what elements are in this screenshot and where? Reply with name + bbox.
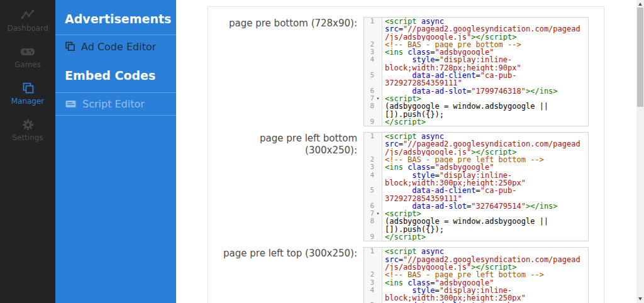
- embed-code-row: page pre bottom (728x90):1<script asyncs…: [208, 17, 604, 126]
- line-number-gutter: 9: [364, 233, 382, 241]
- code-editor[interactable]: 1<script asyncsrc="//pagead2.googlesyndi…: [364, 132, 589, 241]
- code-text: <script>: [382, 95, 421, 102]
- sidebar-item-label: Dashboard: [7, 24, 48, 33]
- code-text: </script>: [382, 118, 426, 126]
- line-number: 9: [365, 118, 374, 126]
- scroll-down-arrow-icon[interactable]: [638, 297, 642, 300]
- fold-marker-icon[interactable]: ▾: [374, 210, 382, 218]
- line-number-gutter: 8: [364, 218, 382, 233]
- app-window: DashboardGamesManagerSettings Advertisem…: [0, 0, 644, 303]
- code-text: <!-- BAS - page pre bottom -->: [382, 41, 521, 48]
- scroll-up-arrow-icon[interactable]: [638, 3, 642, 6]
- line-number-gutter: 1: [364, 133, 382, 156]
- code-text: <script asyncsrc="//pagead2.googlesyndic…: [382, 18, 580, 41]
- line-number: 1: [365, 133, 374, 140]
- line-number: 3: [365, 163, 374, 171]
- line-number: 9: [365, 233, 374, 241]
- field-label: page pre left bottom (300x250):: [208, 132, 364, 241]
- code-line: 8(adsbygoogle = window.adsbygoogle ||[])…: [364, 218, 588, 233]
- embed-code-row: page pre left top (300x250):1<script asy…: [208, 247, 604, 303]
- gamepad-icon: [20, 44, 35, 59]
- line-number: 5: [365, 187, 374, 194]
- code-text: data-ad-slot="1799746318"></ins>: [382, 87, 558, 95]
- line-number-gutter: 8: [364, 102, 382, 118]
- fold-marker-icon[interactable]: ▾: [374, 95, 382, 102]
- code-line: 1<script asyncsrc="//pagead2.googlesyndi…: [364, 18, 588, 41]
- code-line: 4 style="display:inline-block;width:300p…: [364, 287, 588, 302]
- code-line: 2<!-- BAS - page pre left bottom -->: [364, 271, 588, 278]
- code-text: data-ad-client="ca-pub-3729272854359111": [382, 72, 517, 87]
- sidebar-item-games[interactable]: Games: [0, 41, 55, 72]
- code-line: 3<ins class="adsbygoogle": [364, 48, 588, 56]
- windows-icon: [21, 80, 35, 96]
- field-label: page pre bottom (728x90):: [208, 17, 364, 126]
- line-number: 4: [365, 287, 374, 294]
- sidebar-item-label: Manager: [11, 97, 45, 106]
- code-text: style="display:inline-block;width:728px;…: [382, 56, 521, 72]
- page-scrollbar[interactable]: [636, 0, 644, 303]
- code-text: <!-- BAS - page pre left bottom -->: [382, 156, 544, 163]
- code-text: <ins class="adsbygoogle": [382, 48, 494, 56]
- content-area: page pre bottom (728x90):1<script asyncs…: [176, 0, 636, 303]
- line-number-gutter: 3: [364, 163, 382, 171]
- sidebar-item-dashboard[interactable]: Dashboard: [0, 5, 55, 35]
- manager-submenu: AdvertisementsAd Code EditorEmbed CodesS…: [55, 0, 176, 303]
- code-line: 9</script>: [364, 233, 588, 241]
- code-line: 2<!-- BAS - page pre left bottom -->: [364, 156, 588, 163]
- line-number-gutter: 4: [364, 287, 382, 302]
- line-number-gutter: 3: [364, 279, 382, 287]
- code-line: 3<ins class="adsbygoogle": [364, 163, 588, 171]
- code-text: <ins class="adsbygoogle": [382, 279, 494, 287]
- code-line: 5 data-ad-client="ca-pub-372927285435911…: [364, 72, 588, 87]
- submenu-item-label: Script Editor: [82, 98, 145, 110]
- code-line: 2<!-- BAS - page pre bottom -->: [364, 41, 588, 48]
- submenu-item-ad-code-editor[interactable]: Ad Code Editor: [55, 35, 176, 58]
- code-text: (adsbygoogle = window.adsbygoogle ||[]).…: [382, 102, 548, 118]
- sidebar-item-settings[interactable]: Settings: [0, 114, 55, 145]
- sidebar-item-label: Games: [14, 60, 41, 69]
- code-line: 3<ins class="adsbygoogle": [364, 279, 588, 287]
- line-number-gutter: 4: [364, 56, 382, 72]
- code-line: 4 style="display:inline-block;width:300p…: [364, 172, 588, 187]
- code-text: <script>: [382, 210, 421, 218]
- sidebar-item-manager[interactable]: Manager: [0, 78, 55, 108]
- line-number: 4: [365, 56, 374, 63]
- gear-icon: [21, 117, 35, 132]
- line-number-gutter: 1: [364, 248, 382, 271]
- line-number: 1: [365, 18, 374, 25]
- code-text: (adsbygoogle = window.adsbygoogle ||[]).…: [382, 218, 548, 233]
- line-number: 8: [365, 102, 374, 110]
- code-text: data-ad-slot="3276479514"></ins>: [382, 202, 558, 210]
- line-number: 3: [365, 279, 374, 287]
- line-number: 5: [365, 72, 374, 79]
- code-line: 1<script asyncsrc="//pagead2.googlesyndi…: [364, 133, 588, 156]
- code-text: <!-- BAS - page pre left bottom -->: [382, 271, 544, 278]
- ad-code-editor-icon: [65, 41, 75, 52]
- code-editor[interactable]: 1<script asyncsrc="//pagead2.googlesyndi…: [364, 17, 589, 126]
- code-line: 7▾<script>: [364, 95, 588, 102]
- activity-icon: [21, 8, 35, 23]
- embed-code-row: page pre left bottom (300x250):1<script …: [208, 132, 604, 241]
- script-editor-icon: [65, 98, 77, 110]
- code-line: 7▾<script>: [364, 210, 588, 218]
- code-line: 9</script>: [364, 118, 588, 126]
- code-text: <ins class="adsbygoogle": [382, 163, 494, 171]
- code-text: <script asyncsrc="//pagead2.googlesyndic…: [382, 133, 580, 156]
- code-line: 6 data-ad-slot="1799746318"></ins>: [364, 87, 588, 95]
- code-line: 6 data-ad-slot="3276479514"></ins>: [364, 202, 588, 210]
- line-number-gutter: 5: [364, 72, 382, 87]
- line-number-gutter: 9: [364, 118, 382, 126]
- submenu-section-title[interactable]: Advertisements: [55, 0, 176, 35]
- submenu-section-title[interactable]: Embed Codes: [55, 58, 176, 92]
- code-text: style="display:inline-block;width:300px;…: [382, 287, 526, 302]
- code-editor[interactable]: 1<script asyncsrc="//pagead2.googlesyndi…: [364, 247, 589, 303]
- code-text: style="display:inline-block;width:300px;…: [382, 172, 526, 187]
- code-line: 4 style="display:inline-block;width:728p…: [364, 56, 588, 72]
- scrollbar-thumb[interactable]: [637, 8, 643, 107]
- code-line: 8(adsbygoogle = window.adsbygoogle ||[])…: [364, 102, 588, 118]
- submenu-item-script-editor[interactable]: Script Editor: [55, 92, 176, 116]
- code-text: data-ad-client="ca-pub-3729272854359111": [382, 187, 517, 202]
- embed-codes-panel: page pre bottom (728x90):1<script asyncs…: [208, 6, 604, 303]
- code-text: </script>: [382, 233, 426, 241]
- line-number: 8: [365, 218, 374, 225]
